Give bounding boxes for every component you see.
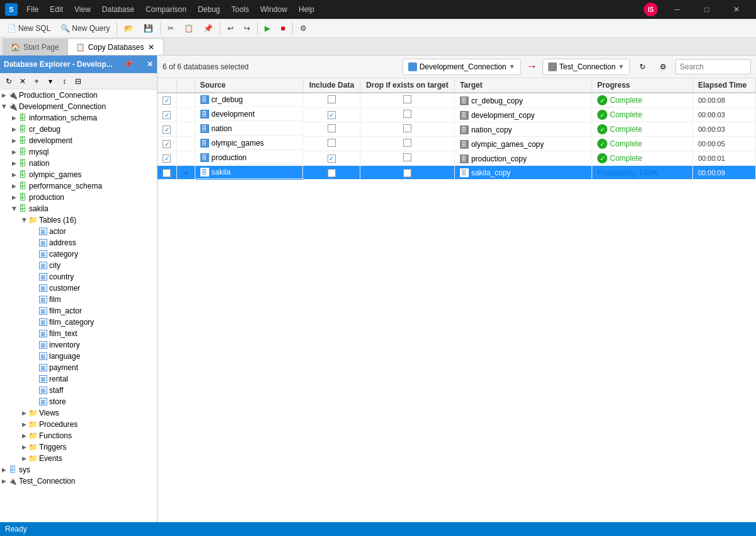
tree-expand-icon[interactable]	[0, 477, 8, 485]
tree-expand-icon[interactable]	[10, 194, 18, 201]
table-row[interactable]: 🗄cr_debug 🗄cr_debug_copy ✓ Complete 00:0…	[158, 93, 756, 108]
sidebar-refresh-btn[interactable]: ↻	[3, 75, 15, 88]
cut-button[interactable]: ✂	[163, 21, 178, 36]
tree-expand-icon[interactable]	[0, 466, 8, 474]
tree-item[interactable]: 📁 Tables (16)	[0, 214, 157, 226]
options-button[interactable]: ⚙	[655, 59, 670, 74]
drop-if-exists-checkbox[interactable]	[403, 95, 411, 103]
tree-expand-icon[interactable]	[0, 103, 8, 110]
sidebar-pin-icon[interactable]: 📌	[123, 60, 133, 69]
tree-item[interactable]: ▦ city	[0, 260, 157, 271]
tree-expand-icon[interactable]	[30, 341, 38, 349]
tree-item[interactable]: 🔌 Production_Connection	[0, 90, 157, 101]
tree-expand-icon[interactable]	[20, 455, 28, 462]
row-checkbox-cell[interactable]	[158, 108, 176, 122]
row-checkbox-cell[interactable]	[158, 122, 176, 137]
row-select-checkbox[interactable]	[163, 169, 171, 177]
target-connection-button[interactable]: Test_Connection ▼	[542, 59, 630, 75]
stop-button[interactable]: ■	[276, 21, 289, 36]
tree-item[interactable]: ▦ rental	[0, 373, 157, 385]
tree-item[interactable]: 📁 Events	[0, 453, 157, 464]
row-checkbox-cell[interactable]	[158, 151, 176, 166]
tree-item[interactable]: 🗄 production	[0, 192, 157, 203]
table-row[interactable]: 🗄development 🗄development_copy ✓ Complet…	[158, 108, 756, 122]
tree-item[interactable]: 🗄 development	[0, 135, 157, 146]
tree-expand-icon[interactable]	[20, 443, 28, 451]
copy-button[interactable]: 📋	[180, 21, 198, 36]
source-connection-button[interactable]: Development_Connection ▼	[403, 59, 521, 75]
close-button[interactable]: ✕	[722, 0, 751, 19]
row-checkbox-cell[interactable]	[158, 166, 176, 180]
tree-expand-icon[interactable]	[10, 114, 18, 122]
table-row[interactable]: 🗄production 🗄production_copy ✓ Complete …	[158, 151, 756, 166]
tree-item[interactable]: ▦ category	[0, 248, 157, 260]
tree-expand-icon[interactable]	[30, 387, 38, 394]
row-select-checkbox[interactable]	[163, 154, 171, 163]
tree-item[interactable]: 🔌 Test_Connection	[0, 475, 157, 487]
settings-button[interactable]: ⚙	[295, 21, 311, 36]
tree-item[interactable]: ▦ language	[0, 351, 157, 362]
table-row[interactable]: 🗄olympic_games 🗄olympic_games_copy ✓ Com…	[158, 137, 756, 151]
tree-expand-icon[interactable]	[20, 421, 28, 428]
include-data-checkbox[interactable]	[328, 124, 336, 132]
tree-expand-icon[interactable]	[20, 409, 28, 417]
table-row[interactable]: 🗄nation 🗄nation_copy ✓ Complete 00:00:03	[158, 122, 756, 137]
tree-expand-icon[interactable]	[30, 262, 38, 269]
tree-item[interactable]: 🗄 olympic_games	[0, 169, 157, 180]
drop-if-exists-checkbox[interactable]	[403, 139, 411, 147]
drop-if-exists-checkbox[interactable]	[403, 169, 411, 177]
tree-expand-icon[interactable]	[30, 375, 38, 383]
include-data-cell[interactable]	[303, 108, 360, 122]
include-data-cell[interactable]	[303, 166, 360, 180]
drop-if-exists-cell[interactable]	[360, 137, 454, 151]
sidebar-collapse-btn[interactable]: ⊟	[72, 75, 84, 88]
menu-item-comparison[interactable]: Comparison	[140, 4, 192, 15]
drop-if-exists-checkbox[interactable]	[403, 110, 411, 118]
menu-item-database[interactable]: Database	[97, 4, 139, 15]
maximize-button[interactable]: □	[692, 0, 721, 19]
tab-copy-databases[interactable]: 📋Copy Databases✕	[67, 38, 164, 55]
tree-item[interactable]: ▦ film_text	[0, 328, 157, 339]
redo-button[interactable]: ↪	[239, 21, 255, 36]
tree-expand-icon[interactable]	[30, 364, 38, 371]
tree-expand-icon[interactable]	[30, 284, 38, 292]
drop-if-exists-cell[interactable]	[360, 108, 454, 122]
drop-if-exists-cell[interactable]	[360, 93, 454, 108]
menu-item-view[interactable]: View	[69, 4, 96, 15]
tree-item[interactable]: 📁 Views	[0, 407, 157, 419]
include-data-checkbox[interactable]	[328, 169, 336, 177]
tree-expand-icon[interactable]	[30, 273, 38, 281]
tree-item[interactable]: ▦ inventory	[0, 339, 157, 351]
drop-if-exists-checkbox[interactable]	[403, 153, 411, 161]
include-data-checkbox[interactable]	[328, 95, 336, 103]
tree-item[interactable]: 🗄 sakila	[0, 203, 157, 214]
menu-item-help[interactable]: Help	[294, 4, 319, 15]
row-select-checkbox[interactable]	[163, 140, 171, 148]
drop-if-exists-checkbox[interactable]	[403, 124, 411, 132]
tree-expand-icon[interactable]	[20, 216, 28, 224]
tree-expand-icon[interactable]	[30, 250, 38, 258]
include-data-cell[interactable]	[303, 137, 360, 151]
tree-expand-icon[interactable]	[10, 137, 18, 144]
tree-item[interactable]: 📁 Procedures	[0, 419, 157, 430]
tab-start-page[interactable]: 🏠Start Page	[3, 38, 67, 55]
include-data-checkbox[interactable]	[328, 139, 336, 147]
sidebar-new-conn-btn[interactable]: +	[30, 75, 43, 88]
minimize-button[interactable]: ─	[663, 0, 692, 19]
include-data-checkbox[interactable]	[328, 111, 336, 119]
tree-item[interactable]: 🗄 mysql	[0, 146, 157, 158]
menu-item-edit[interactable]: Edit	[45, 4, 68, 15]
tree-expand-icon[interactable]	[10, 160, 18, 167]
tree-expand-icon[interactable]	[30, 330, 38, 337]
open-button[interactable]: 📂	[120, 21, 138, 36]
new-sql-button[interactable]: 📄 New SQL	[3, 21, 55, 36]
tree-item[interactable]: ▦ address	[0, 237, 157, 248]
tree-expand-icon[interactable]	[30, 352, 38, 360]
refresh-button[interactable]: ↻	[635, 59, 650, 74]
tree-expand-icon[interactable]	[0, 91, 8, 99]
tree-expand-icon[interactable]	[10, 148, 18, 156]
menu-item-debug[interactable]: Debug	[193, 4, 225, 15]
tree-item[interactable]: ▦ film_category	[0, 317, 157, 328]
menu-item-window[interactable]: Window	[255, 4, 292, 15]
tree-expand-icon[interactable]	[20, 432, 28, 440]
